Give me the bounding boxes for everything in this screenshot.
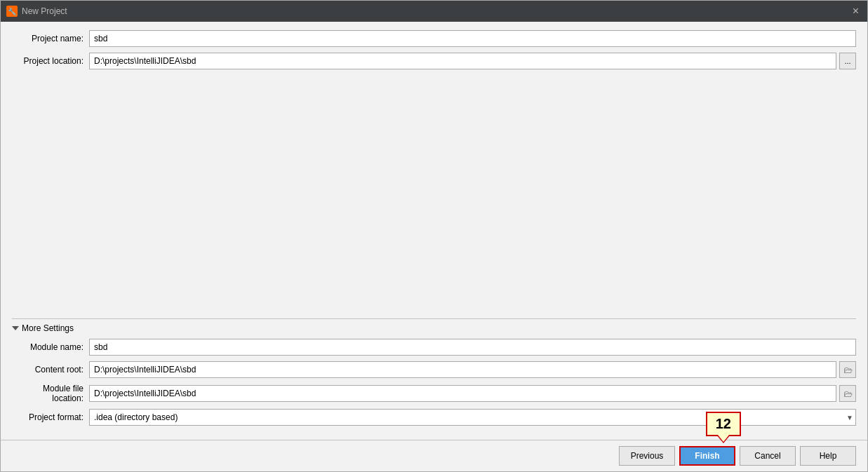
module-file-location-row: Module file location: 🗁 xyxy=(12,384,856,403)
content-root-label: Content root: xyxy=(12,365,89,375)
project-format-select-wrap: .idea (directory based) Eclipse (.classp… xyxy=(89,409,856,426)
content-root-browse-button[interactable]: 🗁 xyxy=(839,361,856,378)
project-location-label: Project location: xyxy=(12,56,89,66)
new-project-dialog: 🔧 New Project × Project name: Project lo… xyxy=(0,0,868,472)
project-name-input-wrap xyxy=(89,30,856,47)
module-name-row: Module name: xyxy=(12,339,856,356)
dialog-footer: Previous Finish Cancel Help xyxy=(1,440,867,471)
expand-triangle-icon xyxy=(12,326,19,330)
module-file-location-input[interactable] xyxy=(89,385,836,402)
project-format-label: Project format: xyxy=(12,412,89,422)
title-bar: 🔧 New Project × xyxy=(1,1,867,22)
dialog-body: Project name: Project location: ... More… xyxy=(1,22,867,440)
spacer xyxy=(12,75,856,318)
folder-icon-2: 🗁 xyxy=(843,389,853,399)
finish-button[interactable]: Finish xyxy=(679,446,735,466)
project-name-label: Project name: xyxy=(12,34,89,43)
callout-number: 12 xyxy=(716,416,731,431)
more-settings-label: More Settings xyxy=(22,323,74,333)
module-file-location-label: Module file location: xyxy=(12,384,89,403)
project-location-input-wrap: ... xyxy=(89,53,856,69)
project-location-row: Project location: ... xyxy=(12,53,856,69)
content-root-row: Content root: 🗁 xyxy=(12,361,856,378)
project-location-input[interactable] xyxy=(89,53,836,69)
cancel-button[interactable]: Cancel xyxy=(740,446,796,466)
dialog-title: New Project xyxy=(22,6,67,16)
project-format-select[interactable]: .idea (directory based) Eclipse (.classp… xyxy=(89,409,856,426)
help-button[interactable]: Help xyxy=(800,446,856,466)
title-bar-left: 🔧 New Project xyxy=(6,6,67,17)
project-name-input[interactable] xyxy=(89,30,856,47)
annotation-callout: 12 xyxy=(706,412,741,436)
module-name-input[interactable] xyxy=(89,339,856,356)
previous-button[interactable]: Previous xyxy=(619,446,675,466)
close-button[interactable]: × xyxy=(850,4,862,18)
callout-triangle-inner xyxy=(718,435,729,442)
more-settings-header[interactable]: More Settings xyxy=(12,323,856,333)
content-root-input-wrap: 🗁 xyxy=(89,361,856,378)
project-location-browse-button[interactable]: ... xyxy=(839,53,856,69)
module-file-location-browse-button[interactable]: 🗁 xyxy=(839,385,856,402)
app-icon: 🔧 xyxy=(6,6,18,17)
content-root-input[interactable] xyxy=(89,361,836,378)
callout-box: 12 xyxy=(706,412,741,436)
project-name-row: Project name: xyxy=(12,30,856,47)
module-name-input-wrap xyxy=(89,339,856,356)
module-file-location-input-wrap: 🗁 xyxy=(89,385,856,402)
module-name-label: Module name: xyxy=(12,342,89,352)
folder-icon: 🗁 xyxy=(843,365,853,375)
project-format-select-container: .idea (directory based) Eclipse (.classp… xyxy=(89,409,856,426)
